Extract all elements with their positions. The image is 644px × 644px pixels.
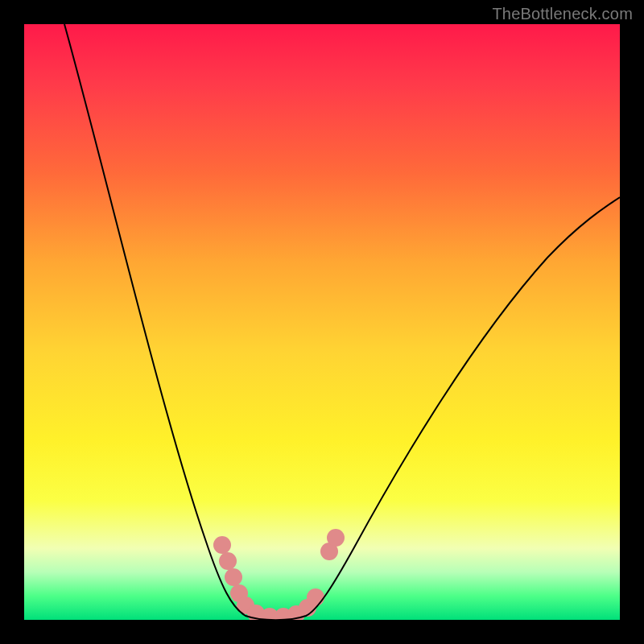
chart-frame: TheBottleneck.com	[0, 0, 644, 644]
svg-point-10	[307, 588, 324, 606]
svg-point-0	[213, 536, 231, 554]
svg-point-1	[219, 552, 237, 570]
v-curve	[64, 24, 620, 620]
svg-point-2	[225, 568, 242, 586]
plot-area	[24, 24, 620, 620]
watermark-text: TheBottleneck.com	[492, 5, 633, 23]
svg-point-12	[327, 529, 345, 547]
curve-layer	[24, 24, 620, 620]
highlight-dots-group	[213, 529, 345, 620]
